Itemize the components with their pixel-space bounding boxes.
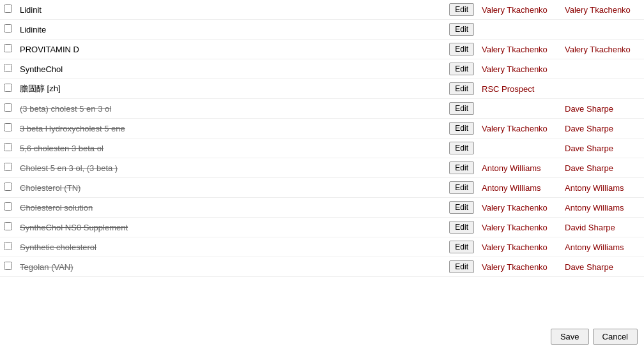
table-row: Synthetic cholesterolEditValery Tkachenk… <box>0 237 644 257</box>
name-label: 5,6 cholesten 3 beta ol <box>20 144 103 153</box>
edit-button[interactable]: Edit <box>449 142 474 154</box>
created-by: Valery Tkachenko <box>482 5 548 15</box>
name-label: 膽固醇 [zh] <box>20 84 61 93</box>
name-label: 3 beta Hydroxycholest 5 ene <box>20 124 125 133</box>
row-checkbox[interactable] <box>4 183 12 191</box>
edit-button[interactable]: Edit <box>449 63 474 75</box>
edit-button[interactable]: Edit <box>449 102 474 115</box>
table-row: Cholest 5 en 3 ol, (3 beta )EditAntony W… <box>0 158 644 178</box>
modified-by: Valery Tkachenko <box>565 45 631 54</box>
table-row: (3 beta) cholest 5 en 3 olEditDave Sharp… <box>0 99 644 119</box>
name-label: Lidinite <box>20 25 46 34</box>
row-checkbox[interactable] <box>4 143 12 151</box>
name-label: PROVITAMIN D <box>20 45 79 54</box>
name-label: Synthetic cholesterol <box>20 243 96 252</box>
row-checkbox[interactable] <box>4 222 12 230</box>
created-by: Valery Tkachenko <box>482 262 548 272</box>
edit-button[interactable]: Edit <box>449 181 474 194</box>
modified-by: Dave Sharpe <box>565 163 613 173</box>
edit-button[interactable]: Edit <box>449 3 474 16</box>
edit-button[interactable]: Edit <box>449 161 474 174</box>
edit-button[interactable]: Edit <box>449 122 474 135</box>
table-row: Cholesterol solutionEditValery Tkachenko… <box>0 198 644 218</box>
modified-by: Dave Sharpe <box>565 144 613 153</box>
name-label: SyntheChol NS0 Supplement <box>20 223 128 232</box>
footer-buttons: Save Cancel <box>551 329 638 345</box>
edit-button[interactable]: Edit <box>449 23 474 36</box>
row-checkbox[interactable] <box>4 84 12 92</box>
created-by: Antony Williams <box>482 163 540 173</box>
row-checkbox[interactable] <box>4 4 12 13</box>
row-checkbox[interactable] <box>4 163 12 171</box>
name-label: Cholest 5 en 3 ol, (3 beta ) <box>20 163 118 173</box>
edit-button[interactable]: Edit <box>449 260 474 273</box>
cancel-button[interactable]: Cancel <box>593 329 638 345</box>
name-label: Lidinit <box>20 5 42 15</box>
created-by: Valery Tkachenko <box>482 64 548 74</box>
table-row: SyntheCholEditValery Tkachenko <box>0 59 644 79</box>
modified-by: Antony Williams <box>565 183 624 193</box>
table-row: 3 beta Hydroxycholest 5 eneEditValery Tk… <box>0 119 644 138</box>
edit-button[interactable]: Edit <box>449 82 474 95</box>
row-checkbox[interactable] <box>4 103 12 112</box>
modified-by: Valery Tkachenko <box>565 5 631 15</box>
row-checkbox[interactable] <box>4 242 12 250</box>
row-checkbox[interactable] <box>4 262 12 270</box>
table-row: SyntheChol NS0 SupplementEditValery Tkac… <box>0 218 644 237</box>
modified-by: Dave Sharpe <box>565 124 613 133</box>
save-button[interactable]: Save <box>551 329 589 345</box>
modified-by: Dave Sharpe <box>565 104 613 114</box>
name-label: SyntheChol <box>20 64 63 74</box>
table-row: LidiniteEdit <box>0 20 644 40</box>
table-row: Cholesterol (TN)EditAntony WilliamsAnton… <box>0 178 644 198</box>
row-checkbox[interactable] <box>4 24 12 33</box>
names-table: LidinitEditValery TkachenkoValery Tkache… <box>0 0 644 277</box>
created-by: Valery Tkachenko <box>482 223 548 232</box>
name-label: Tegolan (VAN) <box>20 262 73 272</box>
row-checkbox[interactable] <box>4 202 12 211</box>
created-by: Antony Williams <box>482 183 540 193</box>
modified-by: Antony Williams <box>565 243 624 252</box>
created-by: RSC Prospect <box>482 84 534 94</box>
row-checkbox[interactable] <box>4 123 12 131</box>
edit-button[interactable]: Edit <box>449 221 474 234</box>
created-by: Valery Tkachenko <box>482 243 548 252</box>
name-label: Cholesterol solution <box>20 203 93 213</box>
main-container: LidinitEditValery TkachenkoValery Tkache… <box>0 0 644 351</box>
row-checkbox[interactable] <box>4 44 12 52</box>
modified-by: David Sharpe <box>565 223 615 232</box>
edit-button[interactable]: Edit <box>449 241 474 253</box>
table-row: 5,6 cholesten 3 beta olEditDave Sharpe <box>0 138 644 158</box>
created-by: Valery Tkachenko <box>482 203 548 213</box>
table-row: LidinitEditValery TkachenkoValery Tkache… <box>0 0 644 20</box>
table-row: PROVITAMIN DEditValery TkachenkoValery T… <box>0 40 644 59</box>
modified-by: Dave Sharpe <box>565 262 613 272</box>
table-row: Tegolan (VAN)EditValery TkachenkoDave Sh… <box>0 257 644 277</box>
created-by: Valery Tkachenko <box>482 124 548 133</box>
created-by: Valery Tkachenko <box>482 45 548 54</box>
row-checkbox[interactable] <box>4 64 12 72</box>
table-row: 膽固醇 [zh]EditRSC Prospect <box>0 79 644 99</box>
edit-button[interactable]: Edit <box>449 201 474 214</box>
edit-button[interactable]: Edit <box>449 43 474 56</box>
modified-by: Antony Williams <box>565 203 624 213</box>
name-label: Cholesterol (TN) <box>20 183 80 193</box>
name-label: (3 beta) cholest 5 en 3 ol <box>20 104 111 114</box>
